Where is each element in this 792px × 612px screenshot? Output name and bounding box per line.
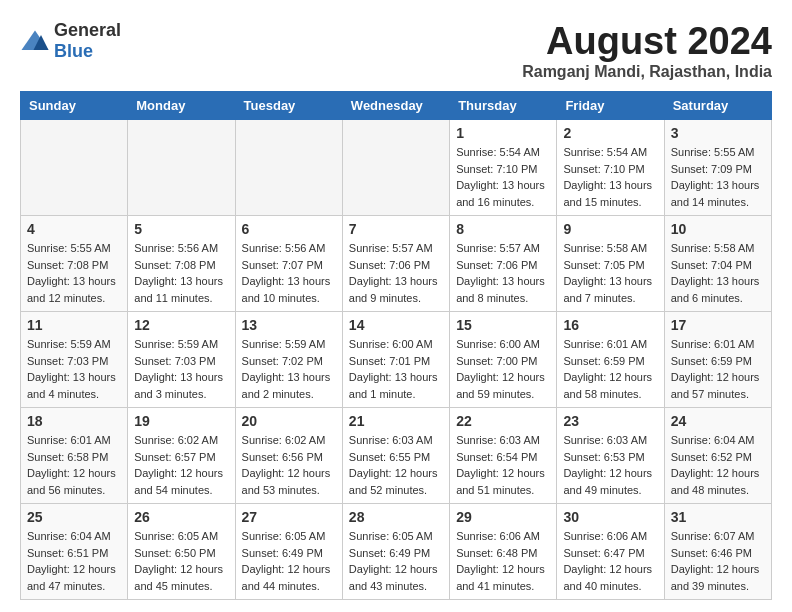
- cell-3-4: 22Sunrise: 6:03 AM Sunset: 6:54 PM Dayli…: [450, 408, 557, 504]
- day-detail: Sunrise: 6:02 AM Sunset: 6:57 PM Dayligh…: [134, 434, 223, 496]
- cell-3-0: 18Sunrise: 6:01 AM Sunset: 6:58 PM Dayli…: [21, 408, 128, 504]
- calendar-body: 1Sunrise: 5:54 AM Sunset: 7:10 PM Daylig…: [21, 120, 772, 600]
- day-detail: Sunrise: 6:01 AM Sunset: 6:58 PM Dayligh…: [27, 434, 116, 496]
- col-monday: Monday: [128, 92, 235, 120]
- day-number: 13: [242, 317, 336, 333]
- day-number: 24: [671, 413, 765, 429]
- day-number: 19: [134, 413, 228, 429]
- day-number: 16: [563, 317, 657, 333]
- day-detail: Sunrise: 6:02 AM Sunset: 6:56 PM Dayligh…: [242, 434, 331, 496]
- day-number: 3: [671, 125, 765, 141]
- day-number: 5: [134, 221, 228, 237]
- day-number: 10: [671, 221, 765, 237]
- day-number: 1: [456, 125, 550, 141]
- day-detail: Sunrise: 5:54 AM Sunset: 7:10 PM Dayligh…: [563, 146, 652, 208]
- page-header: General Blue August 2024 Ramganj Mandi, …: [20, 20, 772, 81]
- cell-0-4: 1Sunrise: 5:54 AM Sunset: 7:10 PM Daylig…: [450, 120, 557, 216]
- week-row-5: 25Sunrise: 6:04 AM Sunset: 6:51 PM Dayli…: [21, 504, 772, 600]
- day-number: 2: [563, 125, 657, 141]
- day-number: 26: [134, 509, 228, 525]
- day-number: 30: [563, 509, 657, 525]
- title-section: August 2024 Ramganj Mandi, Rajasthan, In…: [522, 20, 772, 81]
- col-friday: Friday: [557, 92, 664, 120]
- day-detail: Sunrise: 6:04 AM Sunset: 6:51 PM Dayligh…: [27, 530, 116, 592]
- cell-1-1: 5Sunrise: 5:56 AM Sunset: 7:08 PM Daylig…: [128, 216, 235, 312]
- cell-3-5: 23Sunrise: 6:03 AM Sunset: 6:53 PM Dayli…: [557, 408, 664, 504]
- header-row: Sunday Monday Tuesday Wednesday Thursday…: [21, 92, 772, 120]
- cell-3-2: 20Sunrise: 6:02 AM Sunset: 6:56 PM Dayli…: [235, 408, 342, 504]
- logo-blue: Blue: [54, 41, 93, 61]
- day-detail: Sunrise: 6:05 AM Sunset: 6:50 PM Dayligh…: [134, 530, 223, 592]
- day-detail: Sunrise: 5:54 AM Sunset: 7:10 PM Dayligh…: [456, 146, 545, 208]
- day-detail: Sunrise: 5:57 AM Sunset: 7:06 PM Dayligh…: [456, 242, 545, 304]
- day-detail: Sunrise: 5:58 AM Sunset: 7:05 PM Dayligh…: [563, 242, 652, 304]
- col-thursday: Thursday: [450, 92, 557, 120]
- day-number: 4: [27, 221, 121, 237]
- cell-3-6: 24Sunrise: 6:04 AM Sunset: 6:52 PM Dayli…: [664, 408, 771, 504]
- day-number: 22: [456, 413, 550, 429]
- day-detail: Sunrise: 6:01 AM Sunset: 6:59 PM Dayligh…: [671, 338, 760, 400]
- logo-text: General Blue: [54, 20, 121, 62]
- day-number: 7: [349, 221, 443, 237]
- day-detail: Sunrise: 5:59 AM Sunset: 7:03 PM Dayligh…: [134, 338, 223, 400]
- logo: General Blue: [20, 20, 121, 62]
- cell-0-6: 3Sunrise: 5:55 AM Sunset: 7:09 PM Daylig…: [664, 120, 771, 216]
- cell-1-4: 8Sunrise: 5:57 AM Sunset: 7:06 PM Daylig…: [450, 216, 557, 312]
- day-detail: Sunrise: 6:01 AM Sunset: 6:59 PM Dayligh…: [563, 338, 652, 400]
- day-number: 25: [27, 509, 121, 525]
- day-detail: Sunrise: 5:56 AM Sunset: 7:08 PM Dayligh…: [134, 242, 223, 304]
- calendar-table: Sunday Monday Tuesday Wednesday Thursday…: [20, 91, 772, 600]
- cell-2-2: 13Sunrise: 5:59 AM Sunset: 7:02 PM Dayli…: [235, 312, 342, 408]
- cell-4-1: 26Sunrise: 6:05 AM Sunset: 6:50 PM Dayli…: [128, 504, 235, 600]
- day-number: 17: [671, 317, 765, 333]
- day-detail: Sunrise: 6:05 AM Sunset: 6:49 PM Dayligh…: [242, 530, 331, 592]
- day-detail: Sunrise: 6:06 AM Sunset: 6:47 PM Dayligh…: [563, 530, 652, 592]
- cell-2-6: 17Sunrise: 6:01 AM Sunset: 6:59 PM Dayli…: [664, 312, 771, 408]
- day-detail: Sunrise: 5:58 AM Sunset: 7:04 PM Dayligh…: [671, 242, 760, 304]
- cell-1-0: 4Sunrise: 5:55 AM Sunset: 7:08 PM Daylig…: [21, 216, 128, 312]
- day-number: 29: [456, 509, 550, 525]
- day-detail: Sunrise: 6:07 AM Sunset: 6:46 PM Dayligh…: [671, 530, 760, 592]
- logo-general: General: [54, 20, 121, 40]
- col-wednesday: Wednesday: [342, 92, 449, 120]
- day-number: 6: [242, 221, 336, 237]
- day-detail: Sunrise: 6:06 AM Sunset: 6:48 PM Dayligh…: [456, 530, 545, 592]
- day-number: 20: [242, 413, 336, 429]
- cell-4-0: 25Sunrise: 6:04 AM Sunset: 6:51 PM Dayli…: [21, 504, 128, 600]
- location: Ramganj Mandi, Rajasthan, India: [522, 63, 772, 81]
- col-saturday: Saturday: [664, 92, 771, 120]
- day-detail: Sunrise: 6:03 AM Sunset: 6:53 PM Dayligh…: [563, 434, 652, 496]
- day-detail: Sunrise: 5:56 AM Sunset: 7:07 PM Dayligh…: [242, 242, 331, 304]
- col-tuesday: Tuesday: [235, 92, 342, 120]
- cell-0-1: [128, 120, 235, 216]
- cell-1-2: 6Sunrise: 5:56 AM Sunset: 7:07 PM Daylig…: [235, 216, 342, 312]
- day-detail: Sunrise: 5:55 AM Sunset: 7:08 PM Dayligh…: [27, 242, 116, 304]
- day-detail: Sunrise: 6:05 AM Sunset: 6:49 PM Dayligh…: [349, 530, 438, 592]
- day-number: 27: [242, 509, 336, 525]
- week-row-1: 1Sunrise: 5:54 AM Sunset: 7:10 PM Daylig…: [21, 120, 772, 216]
- cell-0-5: 2Sunrise: 5:54 AM Sunset: 7:10 PM Daylig…: [557, 120, 664, 216]
- day-number: 31: [671, 509, 765, 525]
- logo-icon: [20, 29, 50, 53]
- week-row-3: 11Sunrise: 5:59 AM Sunset: 7:03 PM Dayli…: [21, 312, 772, 408]
- week-row-4: 18Sunrise: 6:01 AM Sunset: 6:58 PM Dayli…: [21, 408, 772, 504]
- cell-2-5: 16Sunrise: 6:01 AM Sunset: 6:59 PM Dayli…: [557, 312, 664, 408]
- cell-4-2: 27Sunrise: 6:05 AM Sunset: 6:49 PM Dayli…: [235, 504, 342, 600]
- day-detail: Sunrise: 5:55 AM Sunset: 7:09 PM Dayligh…: [671, 146, 760, 208]
- cell-0-0: [21, 120, 128, 216]
- cell-1-3: 7Sunrise: 5:57 AM Sunset: 7:06 PM Daylig…: [342, 216, 449, 312]
- cell-2-4: 15Sunrise: 6:00 AM Sunset: 7:00 PM Dayli…: [450, 312, 557, 408]
- cell-4-6: 31Sunrise: 6:07 AM Sunset: 6:46 PM Dayli…: [664, 504, 771, 600]
- cell-2-3: 14Sunrise: 6:00 AM Sunset: 7:01 PM Dayli…: [342, 312, 449, 408]
- cell-4-5: 30Sunrise: 6:06 AM Sunset: 6:47 PM Dayli…: [557, 504, 664, 600]
- day-detail: Sunrise: 6:04 AM Sunset: 6:52 PM Dayligh…: [671, 434, 760, 496]
- cell-3-3: 21Sunrise: 6:03 AM Sunset: 6:55 PM Dayli…: [342, 408, 449, 504]
- day-number: 11: [27, 317, 121, 333]
- day-detail: Sunrise: 6:03 AM Sunset: 6:54 PM Dayligh…: [456, 434, 545, 496]
- day-number: 21: [349, 413, 443, 429]
- day-number: 23: [563, 413, 657, 429]
- day-number: 15: [456, 317, 550, 333]
- cell-0-3: [342, 120, 449, 216]
- day-detail: Sunrise: 5:57 AM Sunset: 7:06 PM Dayligh…: [349, 242, 438, 304]
- cell-3-1: 19Sunrise: 6:02 AM Sunset: 6:57 PM Dayli…: [128, 408, 235, 504]
